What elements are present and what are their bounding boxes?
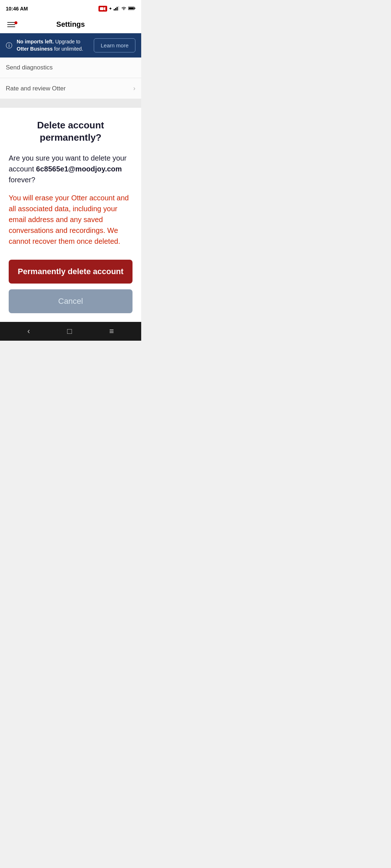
svg-rect-5 — [118, 6, 119, 10]
send-diagnostics-label: Send diagnostics — [6, 64, 52, 71]
permanently-delete-label: Permanently delete account — [18, 267, 123, 276]
rate-review-item[interactable]: Rate and review Otter › — [0, 78, 141, 99]
dialog-title: Delete account permanently? — [9, 119, 133, 144]
svg-rect-0 — [100, 7, 104, 10]
upgrade-banner: ⓘ No imports left. Upgrade to Otter Busi… — [0, 33, 141, 58]
send-diagnostics-item[interactable]: Send diagnostics — [0, 58, 141, 78]
banner-no-imports: No imports left. — [17, 39, 54, 44]
status-time: 10:46 AM — [6, 6, 28, 12]
svg-rect-4 — [117, 7, 118, 10]
chevron-right-icon: › — [133, 85, 135, 92]
home-nav-icon: □ — [67, 327, 72, 336]
battery-icon — [128, 6, 135, 12]
notification-dot — [14, 21, 17, 24]
wifi-icon — [121, 6, 127, 12]
app-header: Settings — [0, 16, 141, 33]
learn-more-button[interactable]: Learn more — [94, 38, 135, 52]
menu-line-3 — [7, 26, 15, 27]
bottom-nav-bar: ‹ □ ≡ — [0, 322, 141, 341]
home-nav-button[interactable]: □ — [63, 325, 76, 337]
banner-message: No imports left. Upgrade to Otter Busine… — [17, 38, 89, 52]
back-nav-icon: ‹ — [27, 327, 30, 336]
svg-rect-8 — [129, 7, 134, 9]
dialog-email: 6c8565e1@moodjoy.com — [36, 165, 122, 173]
status-icons: ✦ — [98, 6, 135, 12]
info-icon: ⓘ — [6, 41, 12, 50]
camera-recording-icon — [98, 6, 107, 12]
menu-button[interactable] — [6, 21, 17, 29]
menu-line-2 — [7, 24, 15, 25]
svg-rect-2 — [114, 9, 115, 10]
dialog-warning-text: You will erase your Otter account and al… — [9, 192, 133, 247]
svg-rect-3 — [115, 8, 116, 10]
banner-for-unlimited: for unlimited. — [53, 46, 83, 52]
svg-marker-1 — [104, 7, 105, 10]
svg-rect-7 — [135, 8, 135, 9]
menu-nav-icon: ≡ — [109, 327, 114, 336]
bluetooth-icon: ✦ — [109, 6, 112, 11]
signal-bars-icon — [114, 6, 119, 12]
banner-upgrade-text: Upgrade to — [54, 39, 80, 44]
menu-line-1 — [7, 22, 15, 23]
menu-nav-button[interactable]: ≡ — [105, 325, 118, 337]
dialog-body-text: Are you sure you want to delete your acc… — [9, 153, 133, 185]
page-title: Settings — [56, 20, 85, 29]
back-nav-button[interactable]: ‹ — [23, 325, 34, 337]
cancel-button[interactable]: Cancel — [9, 289, 133, 313]
banner-otter-business: Otter Business — [17, 46, 53, 52]
rate-review-label: Rate and review Otter — [6, 85, 66, 92]
settings-section: Send diagnostics Rate and review Otter › — [0, 58, 141, 108]
permanently-delete-button[interactable]: Permanently delete account — [9, 260, 133, 284]
settings-gap — [0, 99, 141, 108]
status-bar: 10:46 AM ✦ — [0, 0, 141, 16]
delete-account-dialog: Delete account permanently? Are you sure… — [0, 108, 141, 322]
